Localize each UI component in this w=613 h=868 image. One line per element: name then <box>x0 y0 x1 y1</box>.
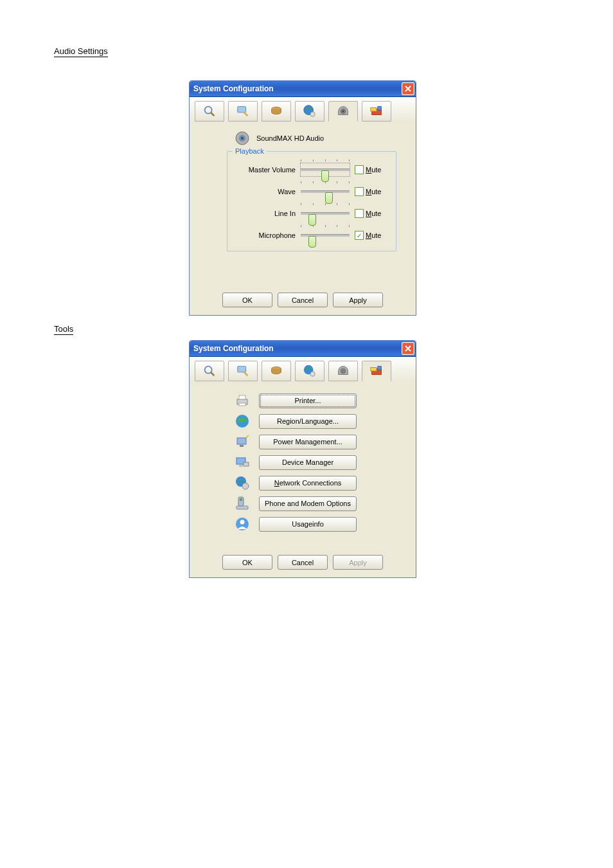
svg-rect-30 <box>240 445 244 447</box>
mute-label: Mute <box>366 210 381 217</box>
svg-line-16 <box>211 372 215 376</box>
disk-icon <box>269 364 283 378</box>
tool-button-network[interactable]: Network Connections <box>259 476 357 491</box>
modem-icon <box>235 496 250 511</box>
section-heading-tools: Tools <box>54 324 73 335</box>
tool-button-printer[interactable]: Printer... <box>259 393 357 408</box>
tab-tools[interactable] <box>362 101 391 122</box>
mute-checkbox[interactable] <box>355 187 364 196</box>
system-config-dialog-tools: System Configuration Printer...Region/La… <box>189 340 416 578</box>
magnifier-icon <box>202 364 217 378</box>
titlebar-text: System Configuration <box>193 344 402 353</box>
system-config-dialog-audio: System Configuration SoundMAX HD Audio P… <box>189 80 416 316</box>
slider-row: WaveMute <box>236 185 387 198</box>
tool-button-globe[interactable]: Region/Language... <box>259 414 357 429</box>
printer-icon <box>235 393 250 408</box>
cancel-button[interactable]: Cancel <box>278 555 328 570</box>
svg-point-40 <box>240 520 245 525</box>
mute-label: Mute <box>366 188 381 195</box>
dialog-button-row: OK Cancel Apply <box>190 285 416 315</box>
tab-display[interactable] <box>228 101 258 122</box>
svg-point-6 <box>310 112 315 116</box>
slider-row: Master VolumeMute <box>236 163 387 176</box>
svg-rect-27 <box>239 403 245 406</box>
tab-general[interactable] <box>195 361 224 381</box>
tool-row: Region/Language... <box>235 413 403 429</box>
svg-point-20 <box>310 372 315 376</box>
slider-label: Master Volume <box>244 166 296 174</box>
svg-rect-29 <box>237 438 246 444</box>
tab-network[interactable] <box>295 361 324 381</box>
volume-slider[interactable] <box>301 163 350 176</box>
tab-disk[interactable] <box>262 101 291 122</box>
mute-control: Mute <box>355 187 387 196</box>
volume-slider[interactable] <box>301 207 350 220</box>
svg-line-1 <box>211 113 215 116</box>
svg-rect-11 <box>378 107 382 111</box>
svg-rect-17 <box>238 366 246 372</box>
toolbox-icon <box>369 104 384 118</box>
tab-row <box>190 97 416 122</box>
speaker-icon <box>235 131 250 146</box>
tool-button-device[interactable]: Device Manager <box>259 455 357 470</box>
mute-label: Mute <box>366 231 381 239</box>
tab-tools[interactable] <box>362 361 391 381</box>
svg-rect-33 <box>244 462 249 466</box>
tool-button-user[interactable]: Usageinfo <box>259 517 357 532</box>
section-heading-audio: Audio Settings <box>54 46 108 57</box>
toolbox-icon <box>369 364 384 378</box>
close-button[interactable] <box>402 82 414 95</box>
globe-icon <box>235 413 250 429</box>
speaker-icon <box>336 364 350 378</box>
mute-checkbox[interactable] <box>355 209 364 218</box>
tab-audio[interactable] <box>328 361 358 381</box>
tab-network[interactable] <box>295 101 324 122</box>
titlebar-text: System Configuration <box>193 84 402 93</box>
tab-audio[interactable] <box>328 101 358 122</box>
mute-checkbox[interactable] <box>355 165 364 174</box>
tool-row: Device Manager <box>235 455 403 470</box>
mute-label: Mute <box>366 166 381 174</box>
monitor-pen-icon <box>236 364 250 378</box>
cancel-button[interactable]: Cancel <box>278 293 328 307</box>
user-icon <box>235 516 250 532</box>
close-icon <box>405 86 411 92</box>
tab-general[interactable] <box>195 101 224 122</box>
svg-rect-37 <box>240 498 242 501</box>
device-icon <box>235 455 250 470</box>
mute-control: ✓Mute <box>355 231 387 240</box>
speaker-icon <box>336 104 350 118</box>
close-icon <box>405 345 411 352</box>
svg-rect-32 <box>239 465 243 467</box>
tool-row: Printer... <box>235 393 403 408</box>
volume-slider[interactable] <box>301 229 350 242</box>
tool-button-power[interactable]: Power Management... <box>259 435 357 449</box>
close-button[interactable] <box>402 342 414 355</box>
tool-button-modem[interactable]: Phone and Modem Options <box>259 496 357 511</box>
mute-control: Mute <box>355 209 387 218</box>
tab-display[interactable] <box>228 361 258 381</box>
tab-disk[interactable] <box>262 361 291 381</box>
slider-label: Wave <box>244 188 296 195</box>
ok-button[interactable]: OK <box>222 293 272 307</box>
audio-device-name: SoundMAX HD Audio <box>256 134 324 142</box>
globe-network-icon <box>303 104 317 118</box>
svg-point-14 <box>241 137 244 140</box>
network-icon <box>235 475 250 491</box>
playback-group: Playback Master VolumeMuteWaveMuteLine I… <box>227 151 396 251</box>
svg-rect-26 <box>239 395 245 399</box>
tool-row: Power Management... <box>235 434 403 449</box>
tool-row: Network Connections <box>235 475 403 491</box>
monitor-pen-icon <box>236 104 250 118</box>
ok-button[interactable]: OK <box>222 555 272 570</box>
tab-row <box>190 357 416 381</box>
titlebar: System Configuration <box>190 81 416 97</box>
volume-slider[interactable] <box>301 185 350 198</box>
apply-button[interactable]: Apply <box>333 293 383 307</box>
slider-label: Line In <box>244 210 296 217</box>
svg-rect-10 <box>371 108 377 112</box>
tool-row: Usageinfo <box>235 516 403 532</box>
tool-row: Phone and Modem Options <box>235 496 403 511</box>
mute-checkbox[interactable]: ✓ <box>355 231 364 240</box>
apply-button[interactable]: Apply <box>333 555 383 570</box>
